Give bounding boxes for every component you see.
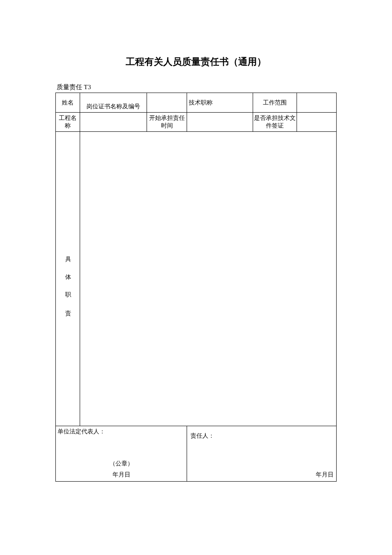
header-row-1: 姓名 岗位证书名称及编号 技术职称 工作范围 [56,93,337,113]
responsible-label: 责任人： [190,432,214,440]
duties-label: 具体职责 [56,132,80,426]
form-code: 质量责任 T3 [55,83,337,91]
start-time-label: 开始承担责任时间 [147,113,187,132]
right-date-label: 年月日 [316,471,334,479]
project-value [80,113,147,132]
tech-sign-value [297,113,336,132]
signature-row: 单位法定代表人： （公章） 年月日 责任人： 年月日 [56,426,337,482]
signature-left: 单位法定代表人： （公章） 年月日 [56,426,187,482]
name-label: 姓名 [56,93,80,113]
duties-row: 具体职责 [56,132,337,426]
header-row-2: 工程名称 开始承担责任时间 是否承担技术文件签证 [56,113,337,132]
form-table: 姓名 岗位证书名称及编号 技术职称 工作范围 工程名称 开始承担责任时间 是否承… [55,93,337,482]
scope-value [297,93,336,113]
cert-value [147,93,187,113]
signature-right: 责任人： 年月日 [187,426,337,482]
tech-sign-label: 是否承担技术文件签证 [253,113,297,132]
project-label: 工程名称 [56,113,80,132]
left-date-label: 年月日 [56,471,187,479]
tech-title-label: 技术职称 [187,93,253,113]
seal-label: （公章） [56,460,187,468]
form-page: 工程有关人员质量责任书（通用） 质量责任 T3 姓名 岗位证书名称及编号 技术职… [0,0,392,482]
cert-label: 岗位证书名称及编号 [80,93,147,113]
page-title: 工程有关人员质量责任书（通用） [55,55,337,68]
scope-label: 工作范围 [253,93,297,113]
start-time-value [187,113,253,132]
duties-content [80,132,337,426]
legal-rep-label: 单位法定代表人： [58,428,105,436]
